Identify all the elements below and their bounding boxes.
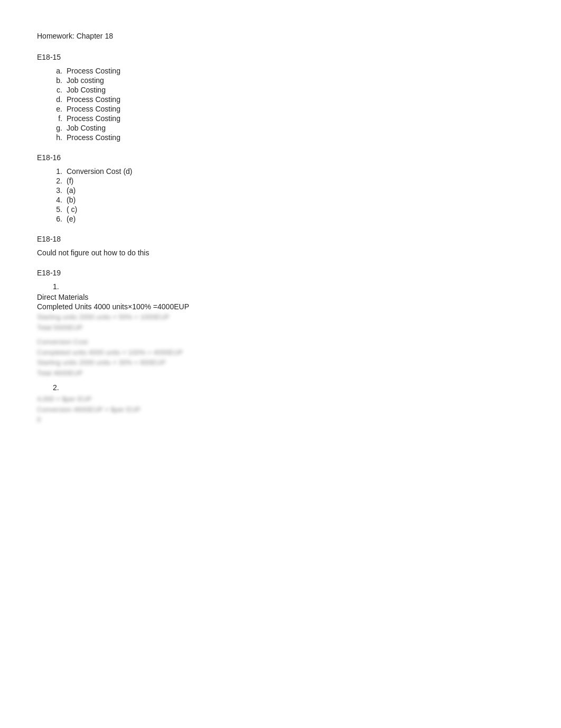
item-label: f.: [53, 114, 62, 123]
blurred-line2: Total 5000EUP: [37, 322, 524, 333]
blurred-block2-title: Conversion Cost: [37, 337, 524, 347]
e18-16-list: 1. Conversion Cost (d) 2. (f) 3. (a) 4. …: [37, 167, 524, 223]
item-text: Job costing: [67, 76, 104, 85]
item-num: 1.: [53, 167, 62, 176]
e18-19-sub2: 2.: [37, 383, 524, 392]
list-item: 3. (a): [53, 186, 524, 195]
list-item: c. Job Costing: [53, 86, 524, 94]
item-label: b.: [53, 76, 62, 85]
blurred-content-2: Conversion Cost Completed units 4000 uni…: [37, 337, 524, 378]
item-label: e.: [53, 105, 62, 113]
blurred-content-1: Starting units 2000 units × 50% = 1000EU…: [37, 312, 524, 333]
e18-15-list: a. Process Costing b. Job costing c. Job…: [37, 67, 524, 142]
blurred-sub2: 4,000 × $per EUP Conversion 4600EUP × $p…: [37, 394, 524, 425]
blurred-block2-line2: Starting units 2000 units × 30% = 600EUP: [37, 357, 524, 368]
item-label: a.: [53, 67, 62, 75]
item-text: ( c): [67, 205, 77, 214]
item-label: d.: [53, 95, 62, 104]
completed-units-text: Completed Units 4000 units×100% =4000EUP: [37, 302, 524, 311]
item-text: Process Costing: [67, 133, 120, 142]
list-item: e. Process Costing: [53, 105, 524, 113]
item-text: Process Costing: [67, 114, 120, 123]
list-item: h. Process Costing: [53, 133, 524, 142]
e18-19-title: E18-19: [37, 269, 524, 277]
blurred-sub2-line1: 4,000 × $per EUP: [37, 394, 524, 404]
list-item: 1. Conversion Cost (d): [53, 167, 524, 176]
item-text: Job Costing: [67, 86, 106, 94]
item-text: (b): [67, 196, 76, 204]
item-label: h.: [53, 133, 62, 142]
e18-18-title: E18-18: [37, 235, 524, 243]
e18-19-sub1: 1.: [37, 282, 524, 291]
section-e18-19: E18-19 1. Direct Materials Completed Uni…: [37, 269, 524, 425]
list-item: f. Process Costing: [53, 114, 524, 123]
list-item: b. Job costing: [53, 76, 524, 85]
e18-15-title: E18-15: [37, 53, 524, 61]
item-text: Process Costing: [67, 95, 120, 104]
list-item: a. Process Costing: [53, 67, 524, 75]
item-text: Process Costing: [67, 67, 120, 75]
blurred-sub2-line2: Conversion 4600EUP × $per EUP: [37, 404, 524, 415]
e18-18-note: Could not figure out how to do this: [37, 248, 524, 257]
section-e18-15: E18-15 a. Process Costing b. Job costing…: [37, 53, 524, 142]
item-text: Process Costing: [67, 105, 120, 113]
list-item: g. Job Costing: [53, 124, 524, 132]
item-text: Conversion Cost (d): [67, 167, 133, 176]
direct-materials-label: Direct Materials: [37, 293, 524, 301]
item-label: g.: [53, 124, 62, 132]
page-title: Homework: Chapter 18: [37, 32, 524, 40]
item-num: 3.: [53, 186, 62, 195]
list-item: 6. (e): [53, 215, 524, 223]
blurred-block2-line1: Completed units 4000 units × 100% = 4000…: [37, 347, 524, 358]
sub1-num: 1.: [53, 282, 59, 291]
item-num: 2.: [53, 177, 62, 185]
blurred-block2-line3: Total 4600EUP: [37, 368, 524, 379]
item-text: (e): [67, 215, 76, 223]
section-e18-18: E18-18 Could not figure out how to do th…: [37, 235, 524, 257]
blurred-sub2-line3: 0: [37, 414, 524, 425]
section-e18-16: E18-16 1. Conversion Cost (d) 2. (f) 3. …: [37, 153, 524, 223]
item-num: 5.: [53, 205, 62, 214]
sub2-num: 2.: [53, 383, 59, 392]
item-text: (a): [67, 186, 76, 195]
e18-16-title: E18-16: [37, 153, 524, 162]
item-text: Job Costing: [67, 124, 106, 132]
item-label: c.: [53, 86, 62, 94]
list-item: 2. (f): [53, 177, 524, 185]
list-item: d. Process Costing: [53, 95, 524, 104]
blurred-line1: Starting units 2000 units × 50% = 1000EU…: [37, 312, 524, 322]
list-item: 5. ( c): [53, 205, 524, 214]
item-text: (f): [67, 177, 73, 185]
list-item: 4. (b): [53, 196, 524, 204]
item-num: 4.: [53, 196, 62, 204]
item-num: 6.: [53, 215, 62, 223]
